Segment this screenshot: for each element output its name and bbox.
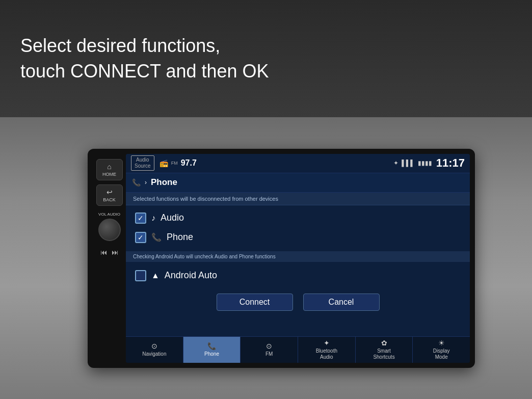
android-auto-notice: Checking Android Auto will uncheck Audio… [126,251,470,262]
status-icons: ✦ ▌▌▌ ▮▮▮▮ [393,159,432,167]
home-button[interactable]: ⌂ HOME [96,159,123,180]
status-bar: AudioSource 📻 FM 97.7 ✦ ▌▌▌ ▮▮▮▮ 11:17 [126,154,470,173]
back-icon: ↩ [107,188,113,196]
nav-item-navigation[interactable]: ⊙ Navigation [126,337,183,363]
phone-header-icon: 📞 [132,178,141,187]
bluetooth-audio-icon: ✦ [324,339,330,347]
battery-icon: ▮▮▮▮ [418,159,432,167]
navigation-label: Navigation [142,351,166,357]
radio-info: 📻 FM 97.7 [159,158,394,168]
smart-shortcuts-label: SmartShortcuts [373,348,394,360]
home-label: HOME [102,172,116,177]
nav-bar: ⊙ Navigation 📞 Phone ⊙ FM ✦ BluetoothAud… [126,336,470,363]
top-banner: Select desired functions, touch CONNECT … [0,0,532,117]
phone-checkmark: ✓ [138,233,144,242]
volume-label: VOL AUDIO [98,212,120,217]
android-auto-section: ▲ Android Auto [126,263,470,288]
next-track-button[interactable]: ⏭ [112,248,119,256]
nav-item-smart-shortcuts[interactable]: ✿ SmartShortcuts [356,337,413,363]
nav-item-display-mode[interactable]: ☀ DisplayMode [413,337,470,363]
nav-item-phone[interactable]: 📞 Phone [183,337,241,363]
android-auto-label: Android Auto [165,270,217,281]
back-label: BACK [103,197,116,202]
track-buttons: ⏮ ⏭ [100,248,119,256]
nav-item-fm[interactable]: ⊙ FM [241,337,298,363]
prev-track-button[interactable]: ⏮ [100,248,108,256]
home-icon: ⌂ [107,163,111,171]
audio-source-label: AudioSource [131,155,154,171]
radio-frequency: 97.7 [181,158,197,168]
chevron-icon: › [145,179,147,186]
fm-icon: ⊙ [266,342,272,350]
phone-checkbox[interactable]: ✓ [135,232,146,243]
android-auto-checkbox[interactable] [135,270,146,281]
android-auto-function-item: ▲ Android Auto [133,267,463,284]
nav-phone-icon: 📞 [207,342,216,350]
dashboard-area: ⌂ HOME ↩ BACK VOL AUDIO ⏮ ⏭ AudioSource [0,117,532,399]
nav-item-bluetooth-audio[interactable]: ✦ BluetoothAudio [298,337,356,363]
instruction-text: Select desired functions, touch CONNECT … [20,33,269,85]
nav-phone-label: Phone [204,351,219,357]
navigation-icon: ⊙ [151,342,157,350]
disconnect-notice: Selected functions will be disconnected … [126,193,470,205]
audio-function-item: ✓ ♪ Audio [133,209,463,227]
cancel-button[interactable]: Cancel [303,294,380,311]
connect-button[interactable]: Connect [217,294,293,311]
volume-knob[interactable] [98,219,121,241]
audio-checkbox[interactable]: ✓ [135,212,146,224]
audio-label: Audio [161,212,184,223]
function-list: ✓ ♪ Audio ✓ 📞 Phone [126,205,470,250]
display-mode-label: DisplayMode [433,348,450,360]
head-unit: ⌂ HOME ↩ BACK VOL AUDIO ⏮ ⏭ AudioSource [88,149,475,368]
phone-header: 📞 › Phone [126,173,470,193]
phone-title: Phone [151,177,177,188]
clock-display: 11:17 [436,156,465,170]
display-mode-icon: ☀ [438,339,445,347]
smart-shortcuts-icon: ✿ [381,339,387,347]
audio-checkmark: ✓ [138,214,144,222]
main-content: Selected functions will be disconnected … [126,193,470,336]
volume-section: VOL AUDIO [98,212,121,242]
back-button[interactable]: ↩ BACK [96,184,123,206]
phone-function-item: ✓ 📞 Phone [133,229,463,246]
action-buttons: Connect Cancel [126,288,470,316]
phone-label: Phone [167,232,193,243]
instruction-line2: touch CONNECT and then OK [20,61,269,82]
signal-icon: ▌▌▌ [402,159,415,167]
fm-badge: FM [171,161,178,166]
bluetooth-audio-label: BluetoothAudio [316,348,337,360]
infotainment-screen: AudioSource 📻 FM 97.7 ✦ ▌▌▌ ▮▮▮▮ 11:17 📞… [126,154,470,363]
radio-icon: 📻 [159,159,168,167]
audio-icon: ♪ [151,214,155,223]
phone-func-icon: 📞 [151,232,162,242]
instruction-line1: Select desired functions, [20,35,220,56]
fm-label: FM [265,351,273,357]
side-buttons: ⌂ HOME ↩ BACK VOL AUDIO ⏮ ⏭ [93,154,126,363]
bluetooth-icon: ✦ [393,159,398,167]
android-auto-icon: ▲ [151,271,159,280]
